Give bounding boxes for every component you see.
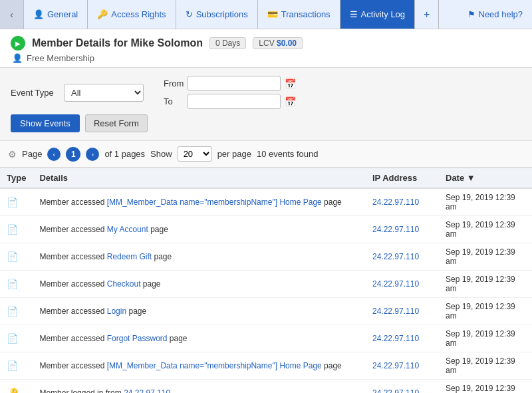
show-events-button[interactable]: Show Events: [11, 114, 80, 132]
current-page: 1: [66, 147, 80, 162]
col-type: Type: [0, 168, 33, 189]
help-label: Need help?: [479, 9, 523, 19]
per-page-select[interactable]: 20 50 100: [178, 146, 212, 162]
settings-icon[interactable]: ⚙: [8, 149, 17, 160]
row-type-cell: 📄: [0, 271, 33, 298]
table-row: 📄Member accessed [MM_Member_Data name="m…: [0, 188, 532, 216]
details-link[interactable]: Login: [107, 307, 126, 316]
row-date-cell: Sep 19, 2019 12:39 am: [439, 380, 532, 394]
row-details-cell: Member accessed My Account page: [33, 216, 366, 243]
to-calendar-icon[interactable]: 📅: [285, 96, 296, 107]
membership-icon: 👤: [12, 53, 23, 63]
activity-table: Type Details IP Address Date ▼ 📄Member a…: [0, 168, 532, 393]
ip-address[interactable]: 24.22.97.110: [372, 225, 419, 234]
nav-back-button[interactable]: ‹: [0, 0, 24, 29]
table-row: 📄Member accessed Login page24.22.97.110S…: [0, 298, 532, 325]
from-label: From: [164, 78, 184, 88]
page-icon: 📄: [7, 279, 18, 289]
tab-activity-log[interactable]: ☰ Activity Log: [340, 0, 415, 29]
row-ip-cell: 24.22.97.110: [366, 271, 439, 298]
top-navigation: ‹ 👤 General 🔑 Access Rights ↻ Subscripti…: [0, 0, 532, 29]
filter-area: Event Type All From 📅 To 📅 Show Events R…: [0, 68, 532, 141]
ip-address[interactable]: 24.22.97.110: [372, 388, 419, 393]
add-tab-button[interactable]: +: [415, 0, 439, 29]
date-filters: From 📅 To 📅: [164, 76, 296, 109]
from-calendar-icon[interactable]: 📅: [285, 78, 296, 89]
page-icon: 📄: [7, 360, 18, 371]
table-row: 📄Member accessed My Account page24.22.97…: [0, 216, 532, 243]
tab-transactions[interactable]: 💳 Transactions: [258, 0, 340, 29]
details-suffix: page: [140, 279, 160, 289]
transactions-icon: 💳: [267, 9, 278, 19]
tab-subscriptions[interactable]: ↻ Subscriptions: [176, 0, 258, 29]
details-text: Member accessed: [39, 279, 106, 289]
to-date-input[interactable]: [188, 94, 281, 109]
details-suffix: page: [126, 307, 146, 316]
row-ip-cell: 24.22.97.110: [366, 243, 439, 271]
row-details-cell: Member logged in from 24.22.97.110: [33, 380, 366, 394]
member-header: ▶ Member Details for Mike Solomon 0 Days…: [0, 29, 532, 68]
details-link[interactable]: Forgot Password: [107, 334, 168, 343]
details-text: Member accessed: [39, 334, 106, 343]
details-link[interactable]: My Account: [107, 225, 148, 234]
event-type-select[interactable]: All: [64, 84, 144, 102]
page-icon: 📄: [7, 197, 18, 207]
event-type-label: Event Type: [11, 88, 57, 98]
details-link[interactable]: [MM_Member_Data name="membershipName"] H…: [107, 361, 322, 370]
help-button[interactable]: ⚑ Need help?: [458, 0, 533, 29]
ip-address[interactable]: 24.22.97.110: [372, 252, 419, 261]
row-details-cell: Member accessed Forgot Password page: [33, 325, 366, 352]
tab-transactions-label: Transactions: [281, 9, 331, 19]
prev-page-button[interactable]: ‹: [47, 148, 61, 161]
access-rights-icon: 🔑: [97, 9, 108, 19]
tab-general-label: General: [47, 9, 78, 19]
row-ip-cell: 24.22.97.110: [366, 216, 439, 243]
ip-address[interactable]: 24.22.97.110: [372, 197, 419, 207]
details-text: Member accessed: [39, 197, 106, 207]
table-row: 🔑Member logged in from 24.22.97.11024.22…: [0, 380, 532, 394]
details-link[interactable]: Checkout: [107, 279, 141, 289]
details-link[interactable]: [MM_Member_Data name="membershipName"] H…: [107, 197, 322, 207]
member-name: Member Details for Mike Solomon: [32, 37, 203, 49]
events-found: 10 events found: [257, 149, 319, 159]
ip-address[interactable]: 24.22.97.110: [372, 334, 419, 343]
col-ip[interactable]: IP Address: [366, 168, 439, 189]
tab-subscriptions-label: Subscriptions: [196, 9, 248, 19]
play-button[interactable]: ▶: [11, 36, 25, 51]
row-date-cell: Sep 19, 2019 12:39 am: [439, 325, 532, 352]
next-page-button[interactable]: ›: [86, 148, 99, 161]
row-type-cell: 📄: [0, 325, 33, 352]
lcv-badge: LCV $0.00: [253, 37, 303, 49]
table-row: 📄Member accessed [MM_Member_Data name="m…: [0, 352, 532, 380]
details-link[interactable]: 24.22.97.110: [124, 388, 170, 393]
ip-address[interactable]: 24.22.97.110: [372, 361, 419, 370]
row-type-cell: 📄: [0, 298, 33, 325]
details-link[interactable]: Redeem Gift: [107, 252, 152, 261]
col-date[interactable]: Date ▼: [439, 168, 532, 189]
ip-address[interactable]: 24.22.97.110: [372, 279, 419, 289]
from-date-input[interactable]: [188, 76, 281, 91]
details-suffix: page: [322, 197, 342, 207]
reset-form-button[interactable]: Reset Form: [85, 114, 148, 132]
details-suffix: page: [167, 334, 187, 343]
details-text: Member logged in from: [39, 388, 124, 393]
ip-address[interactable]: 24.22.97.110: [372, 307, 419, 316]
table-row: 📄Member accessed Checkout page24.22.97.1…: [0, 271, 532, 298]
table-row: 📄Member accessed Redeem Gift page24.22.9…: [0, 243, 532, 271]
page-icon: 📄: [7, 224, 18, 235]
row-ip-cell: 24.22.97.110: [366, 325, 439, 352]
row-ip-cell: 24.22.97.110: [366, 298, 439, 325]
row-details-cell: Member accessed Redeem Gift page: [33, 243, 366, 271]
per-page-label: per page: [217, 149, 251, 159]
details-suffix: page: [148, 225, 168, 234]
activity-log-icon: ☰: [350, 9, 358, 19]
tab-access-rights[interactable]: 🔑 Access Rights: [88, 0, 176, 29]
membership-label: Free Membership: [27, 53, 94, 63]
row-date-cell: Sep 19, 2019 12:39 am: [439, 243, 532, 271]
lcv-label: LCV: [259, 39, 274, 48]
row-type-cell: 🔑: [0, 380, 33, 394]
row-ip-cell: 24.22.97.110: [366, 380, 439, 394]
row-date-cell: Sep 19, 2019 12:39 am: [439, 188, 532, 216]
tab-general[interactable]: 👤 General: [24, 0, 88, 29]
subscriptions-icon: ↻: [186, 9, 193, 19]
